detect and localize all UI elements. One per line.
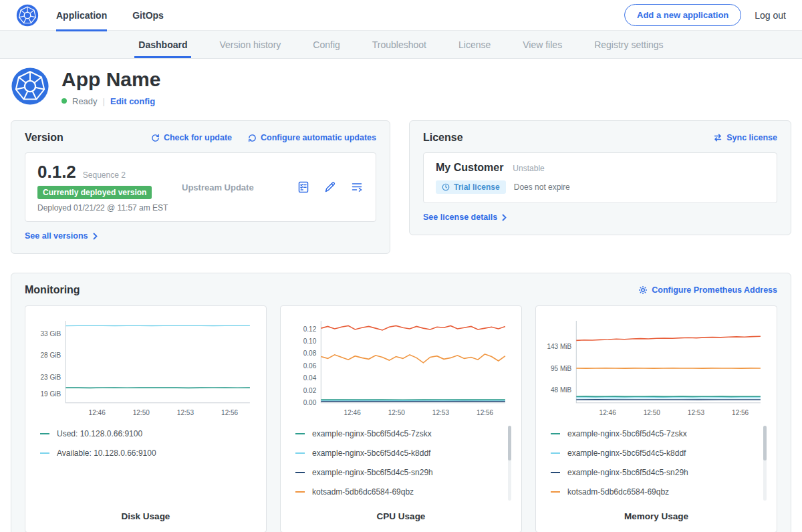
configure-automatic-updates-link[interactable]: Configure automatic updates — [248, 133, 376, 142]
kubernetes-logo — [16, 4, 39, 27]
release-notes-icon[interactable] — [350, 180, 364, 194]
see-all-versions-label: See all versions — [25, 231, 88, 241]
legend-swatch — [40, 433, 49, 434]
scrollbar-thumb[interactable] — [763, 426, 767, 460]
svg-text:12:46: 12:46 — [599, 409, 617, 416]
svg-text:33 GiB: 33 GiB — [41, 330, 61, 338]
app-icon — [11, 67, 49, 108]
chart-title: CPU Usage — [289, 505, 513, 524]
legend-swatch — [295, 433, 305, 434]
version-card-title: Version — [25, 132, 63, 144]
disk-usage-panel: 19 GiB23 GiB28 GiB33 GiB12:4612:5012:531… — [25, 305, 267, 532]
svg-text:48 MiB: 48 MiB — [551, 386, 572, 394]
legend-swatch — [551, 433, 560, 434]
add-application-button[interactable]: Add a new application — [624, 4, 741, 26]
check-for-update-link[interactable]: Check for update — [151, 133, 232, 142]
sequence-label: Sequence 2 — [83, 170, 126, 180]
nav-item-application-label: Application — [56, 10, 107, 21]
tab-dashboard[interactable]: Dashboard — [122, 31, 203, 58]
legend-label: Available: 10.128.0.66:9100 — [57, 448, 156, 458]
legend-label: example-nginx-5bc6f5d4c5-7zskx — [312, 429, 432, 438]
chart-plot: 0.000.020.040.060.080.100.1212:4612:5012… — [289, 314, 513, 420]
svg-text:23 GiB: 23 GiB — [41, 374, 61, 381]
version-number: 0.1.2 — [37, 162, 76, 182]
chevron-right-icon — [93, 233, 98, 240]
monitoring-card: Monitoring Configure Prometheus Address … — [11, 273, 791, 532]
tab-registry-settings[interactable]: Registry settings — [578, 31, 679, 58]
auto-update-icon — [248, 134, 257, 142]
tab-troubleshoot-label: Troubleshoot — [372, 39, 426, 50]
sync-icon — [713, 134, 722, 142]
upstream-update-label: Upstream Update — [179, 182, 297, 192]
divider: | — [103, 96, 105, 106]
svg-text:0.10: 0.10 — [303, 338, 317, 345]
configure-prometheus-label: Configure Prometheus Address — [652, 285, 777, 295]
svg-text:12:53: 12:53 — [432, 409, 450, 416]
svg-text:12:53: 12:53 — [177, 409, 194, 416]
legend-item: Available: 10.128.0.66:9100 — [40, 444, 249, 463]
tab-license[interactable]: License — [442, 31, 507, 58]
app-header: App Name Ready | Edit config — [0, 59, 802, 120]
preflight-checks-icon[interactable] — [297, 180, 310, 194]
legend-item: example-nginx-5bc6f5d4c5-7zskx — [551, 424, 759, 444]
legend-label: kotsadm-5db6dc6584-69qbz — [312, 487, 414, 497]
page-title: App Name — [61, 68, 160, 92]
legend-scrollbar[interactable] — [508, 426, 511, 501]
check-for-update-label: Check for update — [164, 133, 232, 142]
svg-text:19 GiB: 19 GiB — [41, 390, 61, 398]
trial-license-badge: Trial license — [436, 180, 506, 194]
legend-label: Used: 10.128.0.66:9100 — [57, 429, 142, 438]
svg-text:0.04: 0.04 — [303, 374, 317, 382]
legend-swatch — [40, 452, 49, 454]
logout-link[interactable]: Log out — [755, 10, 786, 21]
tab-view-files[interactable]: View files — [507, 31, 578, 58]
nav-item-gitops[interactable]: GitOps — [132, 0, 164, 31]
tab-version-history[interactable]: Version history — [203, 31, 297, 58]
tab-view-files-label: View files — [523, 39, 562, 50]
svg-text:12:50: 12:50 — [388, 409, 406, 416]
tab-version-history-label: Version history — [219, 39, 281, 50]
legend-label: example-nginx-5bc6f5d4c5-k8ddf — [567, 448, 686, 458]
legend-label: example-nginx-5bc6f5d4c5-sn29h — [567, 468, 688, 477]
legend-label: kotsadm-5db6dc6584-69qbz — [567, 487, 669, 497]
legend-item: Used: 10.128.0.66:9100 — [40, 424, 249, 444]
see-all-versions-link[interactable]: See all versions — [25, 231, 98, 241]
svg-text:0.08: 0.08 — [303, 350, 317, 357]
nav-item-application[interactable]: Application — [56, 0, 107, 31]
legend-swatch — [551, 472, 560, 473]
tab-troubleshoot[interactable]: Troubleshoot — [356, 31, 442, 58]
svg-text:0.12: 0.12 — [303, 325, 317, 333]
svg-text:143 MiB: 143 MiB — [547, 343, 571, 350]
channel-label: Unstable — [513, 164, 544, 173]
edit-config-icon[interactable] — [323, 180, 337, 194]
chart-plot: 48 MiB95 MiB143 MiB12:4612:5012:5312:56 — [544, 314, 769, 420]
chart-legend: example-nginx-5bc6f5d4c5-7zskxexample-ng… — [551, 424, 759, 502]
license-panel: My Customer Unstable Trial license Does … — [423, 152, 777, 203]
svg-text:12:50: 12:50 — [133, 409, 150, 416]
chart-plot: 19 GiB23 GiB28 GiB33 GiB12:4612:5012:531… — [33, 314, 258, 420]
legend-item: example-nginx-5bc6f5d4c5-sn29h — [295, 463, 504, 483]
legend-swatch — [295, 452, 305, 454]
legend-item: example-nginx-5bc6f5d4c5-k8ddf — [551, 444, 759, 463]
edit-config-link[interactable]: Edit config — [110, 96, 155, 106]
legend-item: kotsadm-5db6dc6584-69qbz — [295, 483, 504, 502]
svg-text:12:56: 12:56 — [732, 409, 749, 416]
expiry-text: Does not expire — [514, 182, 570, 192]
chart-legend: Used: 10.128.0.66:9100Available: 10.128.… — [40, 424, 249, 463]
trial-license-label: Trial license — [454, 182, 500, 192]
configure-prometheus-link[interactable]: Configure Prometheus Address — [638, 285, 777, 295]
scrollbar-thumb[interactable] — [508, 426, 511, 460]
legend-label: example-nginx-5bc6f5d4c5-7zskx — [567, 429, 687, 438]
sync-license-link[interactable]: Sync license — [713, 133, 777, 142]
customer-name: My Customer — [436, 162, 503, 174]
tab-config[interactable]: Config — [297, 31, 356, 58]
legend-label: example-nginx-5bc6f5d4c5-k8ddf — [312, 448, 430, 458]
status-text: Ready — [72, 96, 98, 106]
app-tab-bar: Dashboard Version history Config Trouble… — [0, 31, 802, 59]
legend-scrollbar[interactable] — [763, 426, 767, 501]
see-license-details-link[interactable]: See license details — [423, 213, 507, 222]
legend-item: kotsadm-5db6dc6584-69qbz — [551, 483, 759, 502]
legend-label: example-nginx-5bc6f5d4c5-sn29h — [312, 468, 433, 477]
svg-text:12:56: 12:56 — [477, 409, 494, 416]
svg-text:12:50: 12:50 — [644, 409, 661, 416]
